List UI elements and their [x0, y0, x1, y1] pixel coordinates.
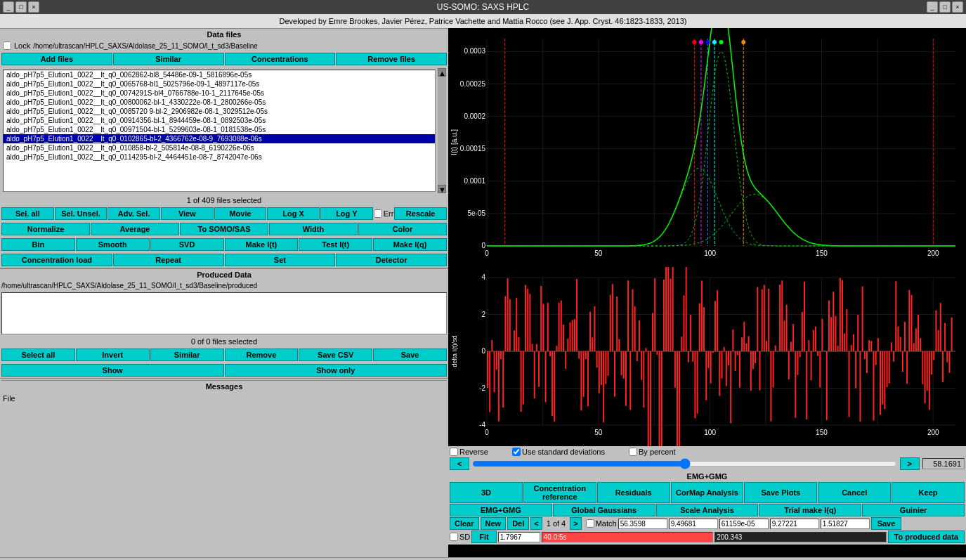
scrollbar-up[interactable]: ▲ — [438, 68, 446, 77]
tab-residuals[interactable]: Residuals — [597, 482, 670, 503]
sd-label[interactable]: SD — [450, 533, 470, 541]
remove-button[interactable]: Remove — [225, 349, 299, 361]
list-item[interactable]: aldo_pH7p5_Elution1_0022__lt_q0_0085720 … — [4, 107, 435, 116]
list-item[interactable]: aldo_pH7p5_Elution1_0022__lt_q0_0114295-… — [4, 152, 435, 162]
set-button[interactable]: Set — [225, 254, 336, 266]
match-label[interactable]: Match — [586, 519, 617, 528]
log-y-button[interactable]: Log Y — [320, 207, 373, 220]
tab-trial-make[interactable]: Trial make I(q) — [759, 504, 861, 516]
tab-conc-ref[interactable]: Concentration reference — [523, 482, 596, 503]
tab-cancel[interactable]: Cancel — [818, 482, 891, 503]
peak-val3[interactable] — [719, 519, 769, 529]
rescale-button[interactable]: Rescale — [394, 207, 447, 220]
list-item-selected[interactable]: aldo_pH7p5_Elution1_0022__lt_q0_0102865-… — [4, 134, 435, 143]
color-button[interactable]: Color — [358, 223, 447, 235]
peak-val5[interactable] — [821, 519, 870, 529]
tab-scale-analysis[interactable]: Scale Analysis — [656, 504, 759, 516]
win-ctrl-1[interactable]: _ — [927, 1, 938, 13]
list-item[interactable]: aldo_pH7p5_Elution1_0022__lt_q0_010858-b… — [4, 143, 435, 152]
invert-button[interactable]: Invert — [76, 349, 150, 361]
conc-load-button[interactable]: Concentration load — [1, 254, 112, 266]
win-ctrl-3[interactable]: × — [952, 1, 963, 13]
select-all-button[interactable]: Select all — [1, 349, 75, 361]
tab-3d[interactable]: 3D — [450, 482, 523, 503]
dark-value[interactable] — [714, 532, 886, 542]
clear-button[interactable]: Clear — [450, 517, 479, 530]
tab-keep[interactable]: Keep — [892, 482, 965, 503]
normalize-button[interactable]: Normalize — [1, 223, 90, 235]
tab-global-gauss[interactable]: Global Gaussians — [553, 504, 655, 516]
movie-button[interactable]: Movie — [214, 207, 267, 220]
by-percent-checkbox[interactable] — [629, 448, 637, 456]
list-item[interactable]: aldo_pH7p5_Elution1_0022__lt_q0_00914356… — [4, 116, 435, 125]
peak-save-button[interactable]: Save — [871, 517, 902, 530]
right-panel: Reverse Use standard deviations By perce… — [448, 28, 966, 557]
add-files-button[interactable]: Add files — [1, 53, 112, 65]
file-menu[interactable]: File — [0, 393, 448, 403]
lock-checkbox[interactable] — [3, 41, 11, 50]
red-value[interactable] — [542, 532, 713, 542]
err-checkbox[interactable] — [374, 209, 382, 218]
scrollbar-down[interactable]: ▼ — [438, 185, 446, 193]
width-button[interactable]: Width — [269, 223, 358, 235]
sd-checkbox[interactable] — [450, 533, 458, 541]
to-somo-button[interactable]: To SOMO/SAS — [180, 223, 268, 235]
next-peak-button[interactable]: > — [570, 517, 581, 530]
log-x-button[interactable]: Log X — [267, 207, 320, 220]
del-button[interactable]: Del — [507, 517, 529, 530]
save-csv-button[interactable]: Save CSV — [299, 349, 372, 361]
use-std-dev-checkbox[interactable] — [512, 448, 521, 456]
tab-save-plots[interactable]: Save Plots — [744, 482, 817, 503]
sel-all-button[interactable]: Sel. all — [1, 207, 54, 220]
list-item[interactable]: aldo_pH7p5_Elution1_0022__lt_q0_0065768-… — [4, 79, 435, 89]
test-it-button[interactable]: Test I(t) — [299, 238, 372, 251]
tab-emg-gmg[interactable]: EMG+GMG — [450, 504, 552, 516]
fit-value[interactable] — [498, 532, 540, 542]
svd-button[interactable]: SVD — [150, 238, 224, 251]
list-item[interactable]: aldo_pH7p5_Elution1_0022__lt_q0_00971504… — [4, 125, 435, 134]
list-item[interactable]: aldo_pH7p5_Elution1_0022__lt_q0_0062862-… — [4, 70, 435, 79]
view-button[interactable]: View — [161, 207, 214, 220]
reverse-checkbox[interactable] — [450, 448, 458, 456]
by-percent-label[interactable]: By percent — [629, 448, 676, 456]
detector-button[interactable]: Detector — [336, 254, 447, 266]
make-it-button[interactable]: Make I(t) — [225, 238, 299, 251]
concentrations-button[interactable]: Concentrations — [225, 53, 336, 65]
similar2-button[interactable]: Similar — [150, 349, 224, 361]
nav-slider[interactable] — [472, 457, 896, 471]
nav-prev-button[interactable]: < — [450, 457, 469, 470]
adv-sel-button[interactable]: Adv. Sel. — [107, 207, 160, 220]
prev-peak-button[interactable]: < — [530, 517, 542, 530]
repeat-button[interactable]: Repeat — [113, 254, 224, 266]
maximize-btn[interactable]: □ — [15, 1, 27, 13]
show-button[interactable]: Show — [1, 364, 224, 377]
smooth-button[interactable]: Smooth — [76, 238, 150, 251]
make-iq-button[interactable]: Make I(q) — [373, 238, 447, 251]
close-btn[interactable]: × — [28, 1, 39, 13]
tab-cormap[interactable]: CorMap Analysis — [671, 482, 744, 503]
to-produced-button[interactable]: To produced data — [888, 530, 965, 543]
win-ctrl-2[interactable]: □ — [939, 1, 951, 13]
peak-val2[interactable] — [669, 519, 718, 529]
match-checkbox[interactable] — [586, 519, 594, 528]
similar-button[interactable]: Similar — [113, 53, 224, 65]
use-std-dev-label[interactable]: Use standard deviations — [512, 448, 605, 456]
peak-val4[interactable] — [770, 519, 819, 529]
average-button[interactable]: Average — [91, 223, 179, 235]
fit-button[interactable]: Fit — [471, 530, 496, 543]
produced-list[interactable] — [1, 292, 447, 334]
sel-unsel-button[interactable]: Sel. Unsel. — [55, 207, 107, 220]
save-button[interactable]: Save — [373, 349, 447, 361]
new-button[interactable]: New — [481, 517, 507, 530]
minimize-btn[interactable]: _ — [3, 1, 14, 13]
reverse-label[interactable]: Reverse — [450, 448, 488, 456]
peak-val1[interactable] — [618, 519, 667, 529]
bin-button[interactable]: Bin — [1, 238, 75, 251]
list-item[interactable]: aldo_pH7p5_Elution1_0022__lt_q0_0074291S… — [4, 89, 435, 98]
tab-guinier[interactable]: Guinier — [862, 504, 965, 516]
list-item[interactable]: aldo_pH7p5_Elution1_0022__lt_q0_00800062… — [4, 98, 435, 107]
file-list[interactable]: aldo_pH7p5_Elution1_0022__lt_q0_0062862-… — [3, 70, 436, 192]
show-only-button[interactable]: Show only — [225, 364, 448, 377]
remove-files-button[interactable]: Remove files — [336, 53, 447, 65]
nav-next-button[interactable]: > — [900, 457, 920, 470]
